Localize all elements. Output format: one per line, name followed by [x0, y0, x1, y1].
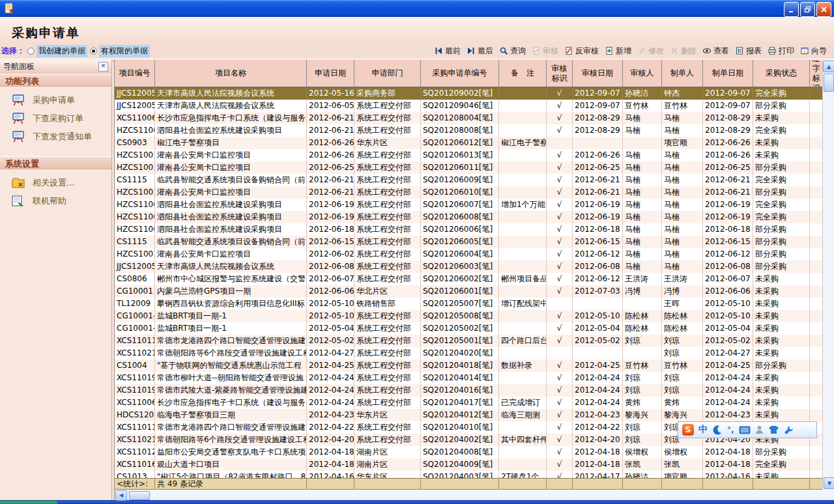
table-cell: 湖南片区 [354, 458, 421, 471]
sidebar-item-label: 联机帮助 [33, 195, 66, 207]
table-row[interactable]: XCS11006长沙市应急指挥电子卡口系统（建设与服务2012-04-24系统工… [115, 397, 823, 409]
table-row[interactable]: JJCS12005天津市高级人民法院视频会议系统2012-05-16采购商务部S… [115, 87, 823, 100]
toolbar-button-search[interactable]: 查询 [497, 45, 528, 57]
vertical-scroll-thumb[interactable] [824, 74, 834, 92]
table-row[interactable]: HZCS10012灌南县公安局卡口监控项目2012-06-21系统工程交付部SQ… [115, 186, 823, 199]
start-button[interactable] [0, 501, 57, 504]
toolbar-button-print[interactable]: 打印 [766, 45, 796, 57]
table-row[interactable]: XCS11011常德市龙港路四个路口智能交通管理设施建2012-05-02系统工… [115, 335, 823, 347]
table-row[interactable]: HZCS10012灌南县公安局卡口监控项目2012-06-26系统工程交付部SQ… [115, 149, 823, 161]
column-header[interactable]: 采购申请单编号 [421, 60, 499, 87]
column-header[interactable]: 申请部门 [354, 60, 421, 87]
vertical-scrollbar[interactable]: ▲ ▼ [822, 60, 834, 490]
column-header[interactable]: 采购状态 [753, 60, 810, 87]
table-cell: 马楠 [623, 174, 662, 186]
table-cell: 马楠 [662, 112, 703, 124]
taskbar[interactable] [0, 500, 834, 504]
column-header[interactable]: 项目名称 [155, 60, 307, 87]
table-cell [810, 359, 823, 372]
column-header[interactable]: 审核人 [623, 60, 662, 87]
scroll-down-icon[interactable]: ▼ [824, 477, 834, 489]
table-row[interactable]: HZCS11005泗阳县社会面监控系统建设采购项目2012-06-18系统工程交… [115, 223, 823, 236]
scroll-left-icon[interactable]: ◀ [115, 490, 127, 501]
column-header[interactable]: 项目编号 [115, 60, 155, 87]
soft-keyboard-icon[interactable] [739, 426, 751, 434]
toolbar-button-wizard[interactable]: 向导 [798, 45, 829, 57]
table-cell: SQ201206002[笔] [421, 273, 499, 285]
table-row[interactable]: CS1013"椒江5个路口项目（82省道东甲村路口、822012-04-16华东… [115, 471, 823, 478]
table-cell: SQ201204002[笔] [421, 434, 499, 446]
toolbar-button-unaudit[interactable]: 反审核 [562, 45, 601, 57]
table-row[interactable]: HDCS12029临海电子警察项目三期2012-04-23华东片区SQ20120… [115, 409, 823, 421]
table-row[interactable]: XCS11021常德朝阳路等6个路段交通管理设施建设工程2012-04-27系统… [115, 347, 823, 359]
sogou-logo-icon[interactable]: S [682, 424, 694, 436]
toolbar-button-view[interactable]: 查看 [700, 45, 731, 57]
scroll-up-icon[interactable]: ▲ [823, 61, 834, 72]
table-cell [623, 137, 662, 149]
horizontal-scroll-thumb[interactable] [129, 491, 150, 500]
sidebar-item-delivery-notice-drilldown[interactable]: 下查发货通知单 [0, 128, 111, 146]
table-row[interactable]: CS0903椒江电子警察项目2012-06-26华东片区SQ201206012[… [115, 137, 823, 149]
column-header[interactable]: 申请日期 [307, 60, 354, 87]
horizontal-scrollbar[interactable]: ◀ [115, 490, 823, 500]
sidebar-item-online-help[interactable]: 联机帮助 [0, 192, 111, 210]
table-row[interactable]: CS1004"基于物联网的智能交通系统惠山示范工程（2012-04-25系统工程… [115, 359, 823, 372]
table-row[interactable]: HZCS11005泗阳县社会面监控系统建设采购项目2012-06-19系统工程交… [115, 211, 823, 223]
column-header[interactable]: 审核日期 [573, 60, 623, 87]
toolbar-button-last[interactable]: 最后 [465, 45, 495, 57]
table-row[interactable]: CS0806郴州市中心城区报警与监控系统建设（交警2012-06-07系统工程交… [115, 273, 823, 285]
column-header[interactable]: 备 注 [499, 60, 547, 87]
table-cell: 湖南片区 [354, 446, 421, 458]
table-cell: √ [547, 335, 573, 347]
login-person-icon[interactable] [755, 425, 764, 434]
table-cell: √ [547, 199, 573, 211]
table-cell: 2012-06-19 [307, 211, 354, 223]
radio-my-documents[interactable]: 我创建的单据 [27, 45, 87, 57]
fullwidth-moon-icon[interactable] [712, 425, 723, 435]
settings-wrench-icon[interactable] [784, 425, 794, 435]
sidebar-item-related-settings[interactable]: 相关设置... [0, 174, 111, 192]
table-row[interactable]: HZCS10012灌南县公安局卡口监控项目2012-06-25系统工程交付部SQ… [115, 161, 823, 174]
panel-close-icon[interactable]: ✕ [98, 62, 108, 72]
table-row[interactable]: CG10001-1盐城BRT项目一期-12012-05-10系统工程交付部SQ2… [115, 310, 823, 322]
column-header[interactable]: 制单日期 [703, 60, 753, 87]
table-cell: 天津市高级人民法院视频会议系统 [155, 87, 307, 100]
sidebar-item-purchase-order-drilldown[interactable]: 下查采购订单 [0, 109, 111, 128]
column-header[interactable]: 红字标识 [810, 60, 823, 87]
table-row[interactable]: XCS11012益阳市公安局交通警察支队电子卡口系统项2012-04-18湖南片… [115, 446, 823, 458]
table-row[interactable]: TL12009攀钢西昌钒钛资源综合利用项目信息化III标2012-05-10铁路… [115, 298, 823, 310]
table-cell [499, 372, 547, 384]
column-header[interactable]: 制单人 [662, 60, 703, 87]
sidebar-item-purchase-request[interactable]: 采购申请单 [0, 91, 111, 109]
close-button[interactable] [816, 2, 831, 17]
table-row[interactable]: XCS11006长沙市应急指挥电子卡口系统（建设与服务2012-06-21系统工… [115, 112, 823, 124]
table-cell: 系统工程交付部 [354, 322, 421, 335]
toolbar-button-add[interactable]: 新增 [603, 45, 633, 57]
table-row[interactable]: HZCS10012灌南县公安局卡口监控项目2012-06-02系统工程交付部SQ… [115, 248, 823, 260]
table-row[interactable]: JJCS12005天津市高级人民法院视频会议系统2012-06-05系统工程交付… [115, 100, 823, 112]
ime-toolbar[interactable]: S 中 °, [678, 421, 817, 438]
punctuation-toggle[interactable]: °, [727, 425, 734, 434]
radio-permitted-documents[interactable]: 有权限的单据 [90, 45, 150, 57]
table-cell [499, 347, 547, 359]
skin-shirt-icon[interactable] [768, 425, 779, 434]
table-row[interactable]: XCS11019-2常德市柳叶大道--朝阳路智能交通管理设施2012-04-24… [115, 372, 823, 384]
table-cell: 钟杰 [662, 87, 703, 100]
ime-mode-toggle[interactable]: 中 [698, 424, 708, 436]
column-header[interactable]: 审核标识 [547, 60, 573, 87]
table-row[interactable]: XCS11016观山大道卡口项目2012-04-18湖南片区SQ20120400… [115, 458, 823, 471]
toolbar-button-first[interactable]: 最前 [432, 45, 463, 57]
toolbar-button-report[interactable]: 报表 [733, 45, 764, 57]
table-row[interactable]: CS1115临武县智能交通系统项目设备购销合同（前2012-06-21系统工程交… [115, 174, 823, 186]
table-row[interactable]: HZCS11005泗阳县社会面监控系统建设采购项目2012-06-21系统工程交… [115, 124, 823, 137]
table-row[interactable]: JJCS12005天津市高级人民法院视频会议系统2012-06-08系统工程交付… [115, 260, 823, 273]
table-cell [810, 161, 823, 174]
restore-button[interactable] [800, 2, 815, 17]
minimize-button[interactable] [784, 2, 799, 17]
table-row[interactable]: CS1115临武县智能交通系统项目设备购销合同（前2012-06-15系统工程交… [115, 236, 823, 248]
window-titlebar[interactable] [0, 0, 834, 17]
table-row[interactable]: CG10001-1盐城BRT项目一期-12012-05-04系统工程交付部SQ2… [115, 322, 823, 335]
table-row[interactable]: HZCS11005泗阳县社会面监控系统建设采购项目2012-06-19系统工程交… [115, 199, 823, 211]
table-row[interactable]: XCS11019-1常德市武陵大道-紫菱路智能交通管理设施建2012-04-24… [115, 384, 823, 397]
table-row[interactable]: CG10001内蒙乌兰浩特GPS项目一期2012-06-06华北片区SQ2012… [115, 285, 823, 298]
